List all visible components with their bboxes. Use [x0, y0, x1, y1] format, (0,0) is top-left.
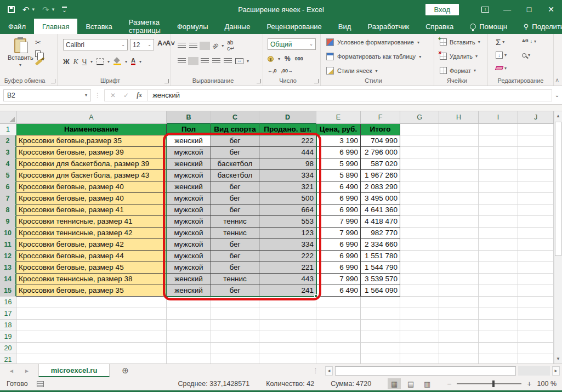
cell-I21[interactable] — [479, 354, 518, 363]
cell-A10[interactable]: Кроссовки теннисные, размер 42 — [16, 228, 167, 239]
row-header-7[interactable]: 7 — [0, 193, 16, 204]
tab-formulas[interactable]: Формулы — [169, 19, 217, 34]
cell-I18[interactable] — [479, 320, 518, 331]
row-header-14[interactable]: 14 — [0, 274, 16, 285]
cell-D5[interactable]: 334 — [259, 170, 316, 181]
col-header-H[interactable]: H — [439, 111, 479, 124]
row-header-17[interactable]: 17 — [0, 308, 16, 320]
cell-D8[interactable]: 664 — [259, 204, 316, 216]
align-bottom-icon[interactable] — [201, 43, 209, 49]
cell-A17[interactable] — [16, 308, 167, 320]
cell-J20[interactable] — [518, 343, 554, 354]
cell-D17[interactable] — [259, 308, 316, 320]
macro-record-icon[interactable] — [37, 381, 44, 387]
cell-A5[interactable]: Кроссовки для баскетбола, размер 43 — [16, 170, 167, 181]
cell-E13[interactable]: 6 990 — [316, 262, 361, 274]
cell-E17[interactable] — [316, 308, 361, 320]
cell-I20[interactable] — [479, 343, 518, 354]
page-break-view-icon[interactable]: ▥ — [421, 378, 434, 389]
scroll-up-icon[interactable]: ▲ — [554, 111, 562, 121]
cell-B2[interactable]: женский — [167, 135, 211, 147]
cell-F17[interactable] — [361, 308, 400, 320]
vertical-scrollbar[interactable]: ▲ ▼ — [554, 111, 562, 363]
cell-B3[interactable]: мужской — [167, 147, 211, 158]
row-header-8[interactable]: 8 — [0, 204, 16, 216]
col-header-B[interactable]: B — [167, 111, 211, 124]
cell-D7[interactable]: 500 — [259, 193, 316, 204]
cell-A12[interactable]: Кроссовки беговые, размер 44 — [16, 251, 167, 262]
cell-G4[interactable] — [400, 158, 439, 170]
row-header-15[interactable]: 15 — [0, 285, 16, 297]
cell-J18[interactable] — [518, 320, 554, 331]
cell-G14[interactable] — [400, 274, 439, 285]
cell-E21[interactable] — [316, 354, 361, 363]
cell-D13[interactable]: 221 — [259, 262, 316, 274]
cell-B17[interactable] — [167, 308, 211, 320]
cell-G3[interactable] — [400, 147, 439, 158]
cell-E11[interactable]: 6 990 — [316, 239, 361, 251]
col-header-A[interactable]: A — [16, 111, 167, 124]
sort-filter-button[interactable]: АЯ↓▾ — [522, 38, 536, 44]
cell-J7[interactable] — [518, 193, 554, 204]
conditional-formatting-button[interactable]: Условное форматирование▾ — [326, 38, 419, 46]
cell-A9[interactable]: Кроссовки теннисные, размер 41 — [16, 216, 167, 228]
cell-F16[interactable] — [361, 297, 400, 308]
normal-view-icon[interactable]: ▦ — [388, 378, 401, 389]
cell-F15[interactable]: 1 564 090 — [361, 285, 400, 297]
row-header-21[interactable]: 21 — [0, 354, 16, 363]
cell-F13[interactable]: 1 544 790 — [361, 262, 400, 274]
cell-E16[interactable] — [316, 297, 361, 308]
cell-H3[interactable] — [439, 147, 479, 158]
confirm-entry-icon[interactable]: ✓ — [123, 92, 129, 99]
align-right-icon[interactable] — [201, 58, 209, 64]
cell-B7[interactable]: мужской — [167, 193, 211, 204]
cell-J19[interactable] — [518, 331, 554, 343]
cell-C13[interactable]: бег — [211, 262, 259, 274]
tab-data[interactable]: Данные — [217, 19, 259, 34]
cell-J4[interactable] — [518, 158, 554, 170]
cell-A13[interactable]: Кроссовки беговые, размер 45 — [16, 262, 167, 274]
comma-style-button[interactable]: 000 — [295, 56, 303, 61]
merge-center-icon[interactable] — [235, 58, 243, 64]
cell-I16[interactable] — [479, 297, 518, 308]
insert-function-icon[interactable]: fx — [137, 91, 142, 99]
tab-view[interactable]: Вид — [330, 19, 360, 34]
row-header-16[interactable]: 16 — [0, 297, 16, 308]
font-dialog-launcher-icon[interactable] — [164, 79, 169, 83]
row-header-6[interactable]: 6 — [0, 181, 16, 193]
cell-D4[interactable]: 98 — [259, 158, 316, 170]
cell-F14[interactable]: 3 539 570 — [361, 274, 400, 285]
cell-D1[interactable]: Продано. шт. — [259, 124, 316, 135]
cell-I6[interactable] — [479, 181, 518, 193]
row-header-9[interactable]: 9 — [0, 216, 16, 228]
align-left-icon[interactable] — [178, 58, 186, 64]
cell-H12[interactable] — [439, 251, 479, 262]
cell-G17[interactable] — [400, 308, 439, 320]
cell-A6[interactable]: Кроссовки беговые, размер 40 — [16, 181, 167, 193]
cell-C19[interactable] — [211, 331, 259, 343]
cell-C4[interactable]: баскетбол — [211, 158, 259, 170]
cell-C18[interactable] — [211, 320, 259, 331]
cell-I4[interactable] — [479, 158, 518, 170]
underline-button[interactable]: Ч — [82, 58, 87, 66]
font-color-dropdown-icon[interactable]: ▾ — [139, 59, 141, 64]
horizontal-scroll-track[interactable] — [518, 366, 550, 376]
cell-J10[interactable] — [518, 228, 554, 239]
cell-I13[interactable] — [479, 262, 518, 274]
cell-J15[interactable] — [518, 285, 554, 297]
cut-icon[interactable]: ✂ — [35, 38, 41, 47]
cell-C10[interactable]: теннис — [211, 228, 259, 239]
col-header-I[interactable]: I — [479, 111, 518, 124]
cell-B21[interactable] — [167, 354, 211, 363]
cell-J13[interactable] — [518, 262, 554, 274]
cell-A15[interactable]: Кроссовки беговые, размер 35 — [16, 285, 167, 297]
cell-H20[interactable] — [439, 343, 479, 354]
cell-J14[interactable] — [518, 274, 554, 285]
cell-G10[interactable] — [400, 228, 439, 239]
align-middle-icon[interactable] — [189, 43, 197, 49]
bold-button[interactable]: Ж — [63, 58, 70, 66]
tab-file[interactable]: Файл — [0, 19, 34, 34]
cell-D9[interactable]: 553 — [259, 216, 316, 228]
wrap-text-icon[interactable]: abc↵ — [227, 39, 234, 52]
tab-tell-me[interactable]: Помощн — [462, 19, 515, 34]
